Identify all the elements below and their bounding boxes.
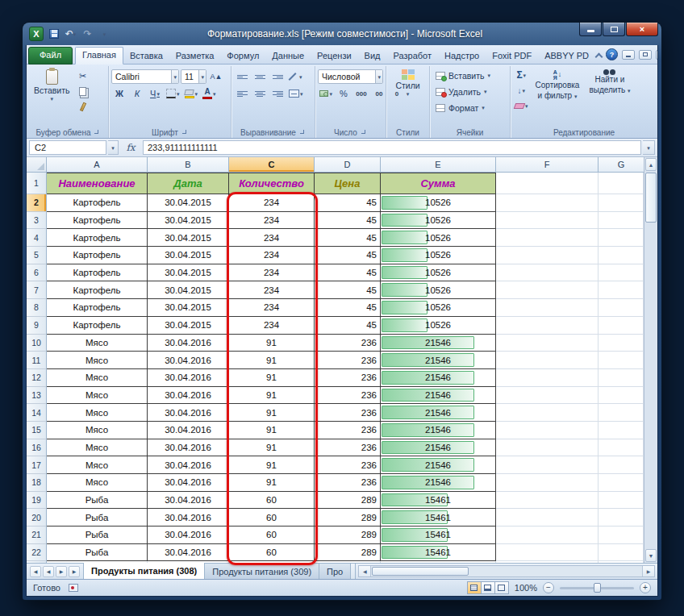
ribbon-tab[interactable]: Вид <box>358 48 387 64</box>
cell-sum-databar[interactable]: 10526 <box>381 317 496 335</box>
cell-quantity[interactable]: 60 <box>229 509 315 527</box>
cell-name[interactable]: Картофель <box>47 299 148 317</box>
scroll-down-icon[interactable]: ▼ <box>645 549 657 562</box>
cell[interactable] <box>496 439 598 457</box>
cell-date[interactable]: 30.04.2015 <box>148 264 229 282</box>
column-header[interactable]: C <box>229 157 315 172</box>
cell[interactable] <box>598 456 644 474</box>
name-box[interactable]: C2 <box>29 140 106 155</box>
cell-sum-databar[interactable]: 10526 <box>381 281 496 299</box>
excel-logo-icon[interactable]: X <box>29 27 44 41</box>
row-header[interactable]: 15 <box>27 422 47 439</box>
bold-button[interactable]: Ж <box>111 86 127 101</box>
next-sheet-icon[interactable]: ▶ <box>56 566 67 577</box>
cell-quantity[interactable]: 60 <box>229 527 315 544</box>
row-header[interactable]: 2 <box>27 194 47 212</box>
cell-quantity[interactable]: 234 <box>229 247 315 264</box>
cell-price[interactable]: 236 <box>315 352 381 369</box>
align-bottom-button[interactable] <box>269 69 286 84</box>
cell-price[interactable]: 236 <box>315 335 381 352</box>
cell[interactable] <box>598 439 644 457</box>
cell[interactable] <box>496 335 598 352</box>
chevron-down-icon[interactable]: ▾ <box>171 70 178 83</box>
cell-name[interactable]: Рыба <box>47 527 148 544</box>
cell-name[interactable]: Мясо <box>47 422 148 439</box>
cell[interactable] <box>598 422 644 439</box>
zoom-level[interactable]: 100% <box>515 583 537 593</box>
align-top-button[interactable] <box>234 69 250 84</box>
cell[interactable] <box>598 173 644 194</box>
font-color-button[interactable]: А▾ <box>201 86 218 101</box>
font-name-combo[interactable]: Calibri▾ <box>111 69 179 84</box>
workbook-minimize-button[interactable] <box>622 50 635 60</box>
cell-sum-databar[interactable]: 21546 <box>381 335 496 352</box>
cell[interactable] <box>598 404 644 422</box>
macro-record-icon[interactable] <box>69 584 78 592</box>
cell-quantity[interactable]: 91 <box>229 439 315 457</box>
cell[interactable] <box>496 247 598 264</box>
ribbon-tab[interactable]: Формул <box>220 48 265 64</box>
cell[interactable] <box>496 194 598 212</box>
styles-button[interactable]: Стили ▾ <box>392 67 423 99</box>
sort-filter-button[interactable]: АЯ↓ Сортировка и фильтр ▾ <box>532 67 584 103</box>
page-layout-view-button[interactable] <box>481 581 495 594</box>
cell[interactable] <box>496 317 598 335</box>
row-header[interactable]: 8 <box>27 299 47 317</box>
cell-date[interactable]: 30.04.2016 <box>148 404 229 422</box>
grow-font-button[interactable]: А▲ <box>208 69 224 84</box>
row-header[interactable]: 7 <box>27 281 47 299</box>
sheet-tab[interactable]: Продукты питания (308) <box>83 563 205 579</box>
align-left-button[interactable] <box>234 86 250 101</box>
cell[interactable] <box>598 352 644 369</box>
cell[interactable] <box>496 544 598 562</box>
cell-date[interactable]: 30.04.2016 <box>148 456 229 474</box>
ribbon-tab[interactable]: Разработ <box>387 48 438 64</box>
cell-sum-databar[interactable]: 10526 <box>381 264 496 282</box>
cell-name[interactable]: Мясо <box>47 369 148 387</box>
formula-input[interactable]: 233,911111111111 <box>143 140 641 155</box>
cell-date[interactable]: 30.04.2016 <box>148 439 229 457</box>
sheet-tab[interactable]: Продукты питания (309) <box>205 564 319 579</box>
underline-button[interactable]: Ч▾ <box>147 86 163 101</box>
collapse-ribbon-icon[interactable] <box>595 52 602 58</box>
horizontal-scroll-thumb[interactable] <box>372 567 469 576</box>
row-header[interactable]: 19 <box>27 492 47 510</box>
cell-date[interactable]: 30.04.2015 <box>148 317 229 335</box>
cell-name[interactable]: Картофель <box>47 264 148 282</box>
cell-date[interactable]: 30.04.2016 <box>148 335 229 352</box>
cell[interactable] <box>496 474 598 492</box>
cell-name[interactable]: Рыба <box>47 509 148 527</box>
cell-quantity[interactable]: 91 <box>229 422 315 439</box>
row-header[interactable]: 6 <box>27 264 47 282</box>
cell-quantity[interactable]: 91 <box>229 335 315 352</box>
cell-price[interactable]: 236 <box>315 456 381 474</box>
cell-date[interactable]: 30.04.2016 <box>148 422 229 439</box>
zoom-out-button[interactable]: − <box>543 582 554 593</box>
cell[interactable] <box>496 456 598 474</box>
cell[interactable] <box>598 527 644 544</box>
cell[interactable] <box>496 387 598 405</box>
cell[interactable] <box>496 299 598 317</box>
cell-quantity[interactable]: 91 <box>229 456 315 474</box>
cell[interactable] <box>496 264 598 282</box>
cell-date[interactable]: 30.04.2015 <box>148 229 229 247</box>
cell-price[interactable]: 236 <box>315 439 381 457</box>
minimize-button[interactable] <box>579 23 602 36</box>
column-header[interactable]: G <box>598 157 644 172</box>
cell[interactable] <box>496 422 598 439</box>
name-box-dropdown[interactable]: ▾ <box>108 140 119 155</box>
cell-date[interactable]: 30.04.2016 <box>148 352 229 369</box>
vertical-scroll-thumb[interactable] <box>645 173 657 223</box>
cell-price[interactable]: 289 <box>315 527 381 544</box>
column-header[interactable]: F <box>496 157 598 172</box>
comma-style-button[interactable]: 000 <box>353 86 369 101</box>
cell[interactable] <box>598 369 644 387</box>
format-cells-button[interactable]: Формат▾ <box>432 100 507 115</box>
cell-sum-databar[interactable]: 21546 <box>381 352 496 369</box>
dialog-launcher-icon[interactable] <box>299 129 306 135</box>
cell-sum-databar[interactable]: 15461 <box>381 527 496 544</box>
insert-function-button[interactable]: fx <box>120 142 141 153</box>
cell-quantity[interactable]: 234 <box>229 212 315 230</box>
cell-sum-databar[interactable]: 10526 <box>381 299 496 317</box>
cell-price[interactable]: 45 <box>315 247 381 264</box>
